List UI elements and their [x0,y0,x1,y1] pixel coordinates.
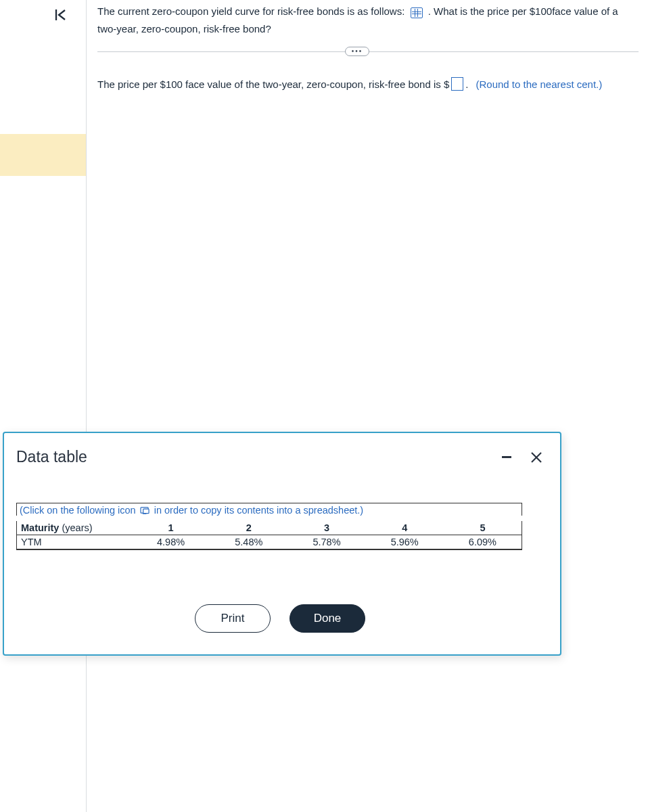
sidebar-highlight [0,134,86,176]
ytm-2: 5.48% [210,535,287,549]
ellipsis-icon: ••• [352,48,363,55]
col-4: 4 [366,521,444,535]
question-block: The current zero-coupon yield curve for … [97,3,639,39]
modal-title: Data table [16,448,87,466]
close-icon [530,451,542,464]
answer-line: The price per $100 face value of the two… [97,77,639,91]
answer-input[interactable] [451,77,463,91]
print-button[interactable]: Print [195,604,271,633]
ytm-1: 4.98% [132,535,210,549]
col-1: 1 [132,521,210,535]
col-5: 5 [444,521,522,535]
minimize-icon [502,456,511,458]
sidebar [0,0,87,812]
minimize-button[interactable] [499,450,514,465]
copy-note-b: in order to copy its contents into a spr… [154,505,364,516]
done-button[interactable]: Done [290,604,365,633]
ytm-3: 5.78% [287,535,365,549]
data-table: Maturity (years) 1 2 3 4 5 YTM 4.98% 5.4… [16,521,522,550]
copy-note: (Click on the following icon in order to… [16,503,522,516]
question-text-1: The current zero-coupon yield curve for … [97,5,404,17]
close-button[interactable] [529,450,544,465]
col-3: 3 [287,521,365,535]
table-row: YTM 4.98% 5.48% 5.78% 5.96% 6.09% [17,535,522,549]
data-table-icon[interactable] [411,7,423,18]
copy-note-a: (Click on the following icon [20,505,136,516]
svg-rect-4 [143,509,148,514]
more-button[interactable]: ••• [345,47,369,56]
answer-hint: (Round to the nearest cent.) [476,78,602,90]
col-2: 2 [210,521,287,535]
collapse-left-icon [53,7,69,23]
answer-lead: The price per $100 face value of the two… [97,78,449,90]
collapse-sidebar-button[interactable] [51,5,70,24]
ytm-5: 6.09% [444,535,522,549]
copy-to-clipboard-icon[interactable] [140,506,150,515]
row-label-maturity: Maturity (years) [17,521,132,535]
row-label-ytm: YTM [17,535,132,549]
answer-trail: . [465,78,468,90]
data-table-modal: Data table (Click on the following icon [3,432,561,656]
table-row: Maturity (years) 1 2 3 4 5 [17,521,522,535]
ytm-4: 5.96% [366,535,444,549]
